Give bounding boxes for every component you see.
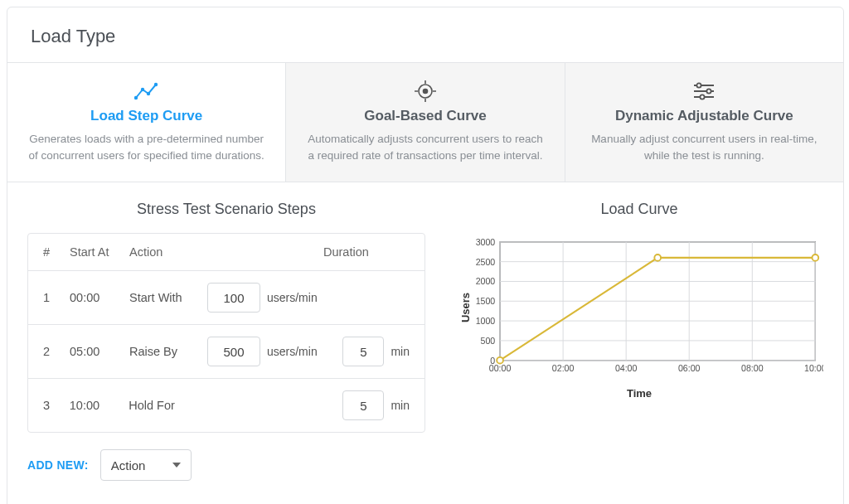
svg-text:500: 500 [481,336,496,346]
tab-dynamic-adjustable-curve[interactable]: Dynamic Adjustable Curve Manually adjust… [565,63,843,182]
svg-point-2 [146,92,149,95]
tab-goal-based-curve[interactable]: Goal-Based Curve Automatically adjusts c… [286,63,565,182]
select-value: Action [111,458,146,472]
svg-point-43 [497,357,503,364]
svg-text:06:00: 06:00 [678,363,701,373]
svg-text:1500: 1500 [476,296,496,306]
step-row: 310:00Hold Formin [28,378,424,432]
col-head-start: Start At [70,245,129,259]
tab-load-step-curve[interactable]: Load Step Curve Generates loads with a p… [7,63,286,182]
x-axis-label: Time [455,387,823,400]
steps-section: Stress Test Scenario Steps # Start At Ac… [27,201,425,481]
chart-section: Load Curve Users 05001000150020002500300… [455,201,823,481]
svg-point-13 [697,83,701,87]
add-new-row: ADD NEW: Action [27,449,425,481]
chart-title: Load Curve [455,201,823,218]
svg-text:04:00: 04:00 [615,363,638,373]
step-start: 10:00 [70,399,129,412]
step-num: 2 [43,345,70,358]
col-head-num: # [43,245,70,259]
svg-text:2000: 2000 [476,276,496,286]
svg-point-15 [701,94,705,99]
step-action: Raise By [129,345,207,358]
step-value-input[interactable] [207,337,260,366]
svg-text:08:00: 08:00 [741,363,764,373]
svg-point-44 [654,254,661,261]
step-start: 05:00 [70,345,129,358]
svg-point-14 [707,89,711,93]
svg-point-3 [153,83,157,86]
col-head-duration: Duration [323,245,410,259]
svg-text:00:00: 00:00 [489,363,512,373]
sliders-icon [584,78,825,104]
svg-point-45 [812,254,818,261]
load-curve-chart: Users 05001000150020002500300000:0002:00… [455,233,823,382]
line-chart-icon [26,78,267,104]
add-new-label: ADD NEW: [27,458,89,472]
tab-title: Goal-Based Curve [304,108,546,124]
svg-point-1 [140,88,143,91]
tab-title: Load Step Curve [26,108,267,124]
tab-title: Dynamic Adjustable Curve [584,108,825,124]
chevron-down-icon [172,463,181,468]
steps-header-row: # Start At Action Duration [28,234,424,271]
tab-description: Generates loads with a pre-determined nu… [26,131,267,163]
svg-text:1000: 1000 [476,316,496,326]
load-type-panel: Load Type Load Step Curve Generates load… [7,7,844,504]
step-num: 1 [43,291,70,304]
step-row: 205:00Raise Byusers/minmin [28,324,424,378]
step-start: 00:00 [70,291,129,304]
svg-point-0 [134,96,138,99]
step-duration-input[interactable] [342,390,384,420]
step-action: Hold For [129,399,206,412]
step-num: 3 [43,399,70,412]
steps-table: # Start At Action Duration 100:00Start W… [27,233,425,433]
svg-point-5 [423,90,427,94]
panel-title: Load Type [7,7,843,62]
steps-title: Stress Test Scenario Steps [27,201,425,218]
svg-text:10:00: 10:00 [804,363,823,373]
step-unit: users/min [267,345,337,358]
load-type-tabs: Load Step Curve Generates loads with a p… [7,62,843,182]
step-duration-unit: min [391,345,410,358]
step-duration-input[interactable] [342,337,384,366]
y-axis-label: Users [459,293,472,322]
col-head-action: Action [129,245,207,259]
step-unit: users/min [267,291,337,304]
svg-text:2500: 2500 [476,257,496,267]
step-value-input[interactable] [207,283,260,313]
tab-description: Manually adjust concurrent users in real… [584,131,825,163]
tab-description: Automatically adjusts concurrent users t… [304,131,546,163]
step-action: Start With [129,291,207,304]
step-row: 100:00Start Withusers/min [28,271,424,324]
add-new-action-select[interactable]: Action [100,449,192,481]
target-icon [304,78,546,104]
step-duration-unit: min [391,399,410,412]
svg-text:3000: 3000 [476,237,496,247]
svg-text:02:00: 02:00 [552,363,575,373]
